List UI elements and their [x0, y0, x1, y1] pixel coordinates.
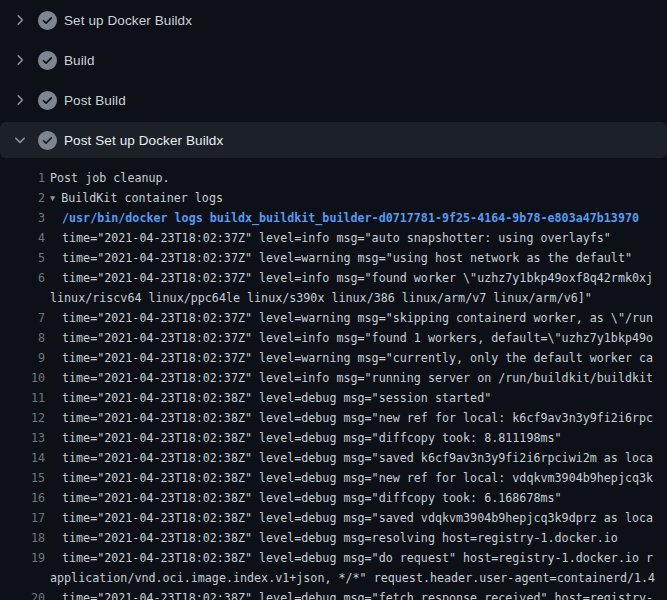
log-line-text: time="2021-04-23T18:02:38Z" level=debug … — [50, 488, 562, 508]
log-line-text: /usr/bin/docker logs buildx_buildkit_bui… — [50, 208, 639, 228]
log-line-text: time="2021-04-23T18:02:37Z" level=warnin… — [50, 348, 653, 368]
log-line-number[interactable]: 12 — [0, 408, 45, 428]
log-line-number[interactable]: 19 — [0, 548, 45, 568]
log-line-text: time="2021-04-23T18:02:37Z" level=info m… — [50, 328, 653, 348]
step-row[interactable]: Post Set up Docker Buildx — [0, 122, 667, 158]
log-line-text: time="2021-04-23T18:02:38Z" level=debug … — [50, 448, 653, 468]
log-line-number[interactable] — [0, 288, 45, 308]
log-line: 6 time="2021-04-23T18:02:37Z" level=info… — [0, 268, 667, 288]
log-text: time="2021-04-23T18:02:38Z" level=debug … — [62, 471, 653, 485]
log-line-number[interactable]: 5 — [0, 248, 45, 268]
actions-log-viewer: Set up Docker Buildx Build Post Build Po… — [0, 0, 667, 600]
log-line-number[interactable]: 20 — [0, 588, 45, 600]
check-circle-icon — [38, 51, 57, 70]
log-line: 15 time="2021-04-23T18:02:38Z" level=deb… — [0, 468, 667, 488]
log-line-text: time="2021-04-23T18:02:38Z" level=debug … — [50, 388, 491, 408]
log-line-text: time="2021-04-23T18:02:38Z" level=debug … — [50, 408, 653, 428]
log-line: 18 time="2021-04-23T18:02:38Z" level=deb… — [0, 528, 667, 548]
step-label: Post Set up Docker Buildx — [64, 133, 223, 148]
log-line-number[interactable]: 6 — [0, 268, 45, 288]
log-line: 14 time="2021-04-23T18:02:38Z" level=deb… — [0, 448, 667, 468]
log-line: 16 time="2021-04-23T18:02:38Z" level=deb… — [0, 488, 667, 508]
log-text: time="2021-04-23T18:02:37Z" level=warnin… — [62, 251, 632, 265]
log-line-text: time="2021-04-23T18:02:38Z" level=debug … — [50, 508, 653, 528]
log-line-text: time="2021-04-23T18:02:37Z" level=info m… — [50, 368, 653, 388]
log-line: 12 time="2021-04-23T18:02:38Z" level=deb… — [0, 408, 667, 428]
log-line: 9 time="2021-04-23T18:02:37Z" level=warn… — [0, 348, 667, 368]
log-line-number[interactable]: 18 — [0, 528, 45, 548]
log-line-text: application/vnd.oci.image.index.v1+json,… — [50, 568, 655, 588]
log-line: 1 Post job cleanup. — [0, 168, 667, 188]
log-line-number[interactable]: 7 — [0, 308, 45, 328]
log-line-text: time="2021-04-23T18:02:38Z" level=debug … — [50, 428, 562, 448]
log-text: time="2021-04-23T18:02:38Z" level=debug … — [62, 511, 653, 525]
log-line: 3 /usr/bin/docker logs buildx_buildkit_b… — [0, 208, 667, 228]
log-line-text: time="2021-04-23T18:02:37Z" level=info m… — [50, 268, 653, 288]
chevron-down-icon[interactable] — [12, 132, 28, 148]
log-line: application/vnd.oci.image.index.v1+json,… — [0, 568, 667, 588]
chevron-right-icon[interactable] — [12, 92, 28, 108]
log-text: time="2021-04-23T18:02:38Z" level=debug … — [62, 431, 562, 445]
log-line: linux/riscv64 linux/ppc64le linux/s390x … — [0, 288, 667, 308]
log-line-number[interactable]: 15 — [0, 468, 45, 488]
step-label: Post Build — [64, 93, 126, 108]
step-label: Set up Docker Buildx — [64, 13, 192, 28]
log-line: 17 time="2021-04-23T18:02:38Z" level=deb… — [0, 508, 667, 528]
log-text: time="2021-04-23T18:02:38Z" level=debug … — [62, 591, 653, 600]
log-line-number[interactable]: 9 — [0, 348, 45, 368]
log-text: time="2021-04-23T18:02:38Z" level=debug … — [62, 411, 653, 425]
log-line: 20 time="2021-04-23T18:02:38Z" level=deb… — [0, 588, 667, 600]
chevron-right-icon[interactable] — [12, 52, 28, 68]
step-row[interactable]: Post Build — [0, 80, 667, 120]
log-line: 2 ▼BuildKit container logs — [0, 188, 667, 208]
group-toggle-icon[interactable]: ▼ — [50, 188, 55, 208]
log-line-text: time="2021-04-23T18:02:37Z" level=warnin… — [50, 248, 632, 268]
log-line-number[interactable] — [0, 568, 45, 588]
log-line-text: linux/riscv64 linux/ppc64le linux/s390x … — [50, 288, 592, 308]
log-line: 19 time="2021-04-23T18:02:38Z" level=deb… — [0, 548, 667, 568]
log-line: 11 time="2021-04-23T18:02:38Z" level=deb… — [0, 388, 667, 408]
log-line-text: time="2021-04-23T18:02:38Z" level=debug … — [50, 528, 618, 548]
check-circle-icon — [38, 11, 57, 30]
log-text: time="2021-04-23T18:02:38Z" level=debug … — [62, 391, 491, 405]
log-line-text: time="2021-04-23T18:02:38Z" level=debug … — [50, 588, 653, 600]
log-text: linux/riscv64 linux/ppc64le linux/s390x … — [50, 291, 592, 305]
log-line-number[interactable]: 11 — [0, 388, 45, 408]
log-text: time="2021-04-23T18:02:38Z" level=debug … — [62, 531, 618, 545]
check-circle-icon — [38, 131, 57, 150]
log-line-text: time="2021-04-23T18:02:38Z" level=debug … — [50, 548, 653, 568]
step-row[interactable]: Set up Docker Buildx — [0, 0, 667, 40]
log-text: time="2021-04-23T18:02:37Z" level=info m… — [62, 331, 653, 345]
log-line: 13 time="2021-04-23T18:02:38Z" level=deb… — [0, 428, 667, 448]
log-line-number[interactable]: 17 — [0, 508, 45, 528]
check-circle-icon — [38, 91, 57, 110]
log-line-text: Post job cleanup. — [50, 168, 170, 188]
log-line: 4 time="2021-04-23T18:02:37Z" level=info… — [0, 228, 667, 248]
log-text: /usr/bin/docker logs buildx_buildkit_bui… — [62, 211, 639, 225]
log-text: time="2021-04-23T18:02:37Z" level=info m… — [62, 271, 653, 285]
log-line: 5 time="2021-04-23T18:02:37Z" level=warn… — [0, 248, 667, 268]
log-line-number[interactable]: 14 — [0, 448, 45, 468]
log-line-number[interactable]: 2 — [0, 188, 45, 208]
log-line-number[interactable]: 8 — [0, 328, 45, 348]
log-line-number[interactable]: 13 — [0, 428, 45, 448]
log-text: Post job cleanup. — [50, 171, 170, 185]
step-row[interactable]: Build — [0, 40, 667, 80]
log-line: 10 time="2021-04-23T18:02:37Z" level=inf… — [0, 368, 667, 388]
log-line-number[interactable]: 4 — [0, 228, 45, 248]
log-text: time="2021-04-23T18:02:38Z" level=debug … — [62, 451, 653, 465]
log-line-number[interactable]: 10 — [0, 368, 45, 388]
chevron-right-icon[interactable] — [12, 12, 28, 28]
log-text: time="2021-04-23T18:02:37Z" level=info m… — [62, 231, 611, 245]
log-output: 1 Post job cleanup. 2 ▼BuildKit containe… — [0, 160, 667, 600]
log-line: 8 time="2021-04-23T18:02:37Z" level=info… — [0, 328, 667, 348]
log-line-number[interactable]: 1 — [0, 168, 45, 188]
log-line: 7 time="2021-04-23T18:02:37Z" level=warn… — [0, 308, 667, 328]
step-label: Build — [64, 53, 95, 68]
log-line-number[interactable]: 16 — [0, 488, 45, 508]
log-text: time="2021-04-23T18:02:38Z" level=debug … — [62, 491, 562, 505]
steps-list: Set up Docker Buildx Build Post Build Po… — [0, 0, 667, 158]
log-line-text: time="2021-04-23T18:02:38Z" level=debug … — [50, 468, 653, 488]
log-line-number[interactable]: 3 — [0, 208, 45, 228]
log-text: time="2021-04-23T18:02:37Z" level=info m… — [62, 371, 653, 385]
